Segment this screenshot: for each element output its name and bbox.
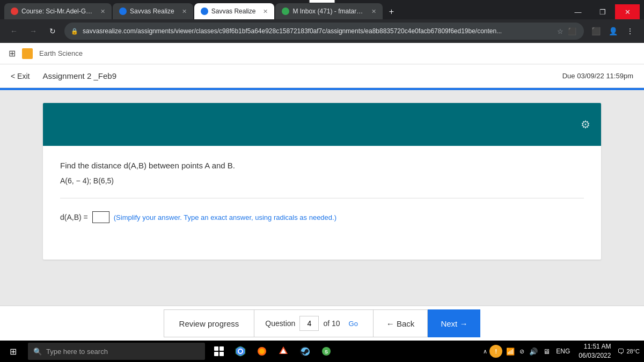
- answer-input[interactable]: [92, 211, 109, 223]
- answer-row: d(A,B) = (Simplify your answer. Type an …: [60, 211, 584, 245]
- due-date: Due 03/09/22 11:59pm: [562, 72, 633, 80]
- tab-label-2: Savvas Realize: [130, 8, 174, 15]
- assignment-title: Assignment 2 _Feb9: [42, 71, 116, 80]
- extension-icon[interactable]: ⬛: [567, 26, 577, 36]
- task-view-button[interactable]: [209, 341, 229, 362]
- tab-close-3[interactable]: ✕: [259, 8, 268, 15]
- app-bar: ⊞ Earth Science: [0, 43, 644, 64]
- divider: [60, 198, 584, 198]
- go-button[interactable]: Go: [345, 317, 362, 330]
- tab-close-2[interactable]: ✕: [178, 8, 187, 15]
- settings-icon[interactable]: ⚙: [581, 118, 590, 131]
- question-nav: Question of 10 Go: [254, 309, 374, 337]
- url-bar[interactable]: 🔒 savvasrealize.com/assignments/viewer/c…: [64, 23, 584, 40]
- tab-favicon-2: [119, 8, 127, 15]
- tab-3[interactable]: Savvas Realize ✕: [194, 3, 275, 19]
- of-label: of 10: [323, 319, 340, 328]
- menu-button[interactable]: ⋮: [623, 24, 638, 39]
- firefox-taskbar-icon[interactable]: [252, 341, 272, 362]
- bottom-bar: Review progress Question of 10 Go ← Back…: [0, 305, 644, 341]
- taskbar: ⊞ 🔍 Type here to search: [0, 341, 644, 362]
- refresh-button[interactable]: ↻: [45, 24, 60, 39]
- next-button[interactable]: Next →: [428, 309, 480, 337]
- url-text: savvasrealize.com/assignments/viewer/cla…: [83, 27, 552, 35]
- windows-icon: ⊞: [10, 346, 17, 357]
- svg-rect-0: [214, 346, 218, 351]
- card-body: Find the distance d(A,B) between points …: [43, 146, 601, 260]
- wifi-icon: 📶: [504, 348, 516, 356]
- brave-taskbar-icon[interactable]: [274, 341, 293, 362]
- tab-label-3: Savvas Realize: [211, 8, 256, 15]
- app5-taskbar-icon[interactable]: S: [317, 341, 336, 362]
- volume-icon: 🔊: [528, 348, 539, 356]
- page-header: < Exit Assignment 2 _Feb9 Due 03/09/22 1…: [0, 64, 644, 88]
- system-clock[interactable]: 11:51 AM 06/03/2022: [574, 342, 615, 360]
- network-icon: 🖥: [541, 348, 552, 356]
- steam-taskbar-icon[interactable]: [295, 341, 314, 362]
- forward-nav-button[interactable]: →: [26, 24, 41, 39]
- clock-date: 06/03/2022: [579, 351, 611, 360]
- points-text: A(6, − 4); B(6,5): [60, 176, 584, 185]
- tab-label-4: M Inbox (471) - fmatarneh2018@g: [292, 8, 364, 15]
- close-button[interactable]: ✕: [615, 4, 640, 19]
- answer-hint: (Simplify your answer. Type an exact ans…: [114, 213, 336, 221]
- answer-label: d(A,B) =: [60, 213, 88, 221]
- svg-rect-2: [214, 352, 218, 356]
- question-card: ⚙ Find the distance d(A,B) between point…: [43, 103, 601, 260]
- taskbar-search[interactable]: 🔍 Type here to search: [28, 343, 205, 360]
- review-progress-button[interactable]: Review progress: [164, 309, 255, 337]
- app-title: Earth Science: [39, 49, 83, 57]
- tab-1[interactable]: Course: Sci-Mr.Adel-G9BD ✕: [4, 3, 112, 19]
- new-tab-button[interactable]: +: [384, 4, 399, 19]
- exit-link[interactable]: < Exit: [11, 72, 30, 80]
- back-nav-button[interactable]: ←: [6, 24, 21, 39]
- address-bar: ← → ↻ 🔒 savvasrealize.com/assignments/vi…: [0, 19, 644, 43]
- tab-label-1: Course: Sci-Mr.Adel-G9BD: [21, 8, 93, 15]
- wifi-strikethrough-icon: ⊘: [518, 348, 525, 355]
- search-icon: 🔍: [33, 348, 42, 356]
- language-text: ENG: [554, 348, 572, 355]
- temp-badge: !: [489, 345, 502, 358]
- tab-favicon-4: [282, 8, 289, 15]
- chevron-icon[interactable]: ∧: [483, 348, 487, 355]
- lock-icon: 🔒: [71, 28, 78, 35]
- minimize-button[interactable]: —: [566, 4, 590, 19]
- app-logo: [22, 48, 33, 59]
- bookmark-icon[interactable]: ☆: [556, 26, 565, 36]
- tab-close-4[interactable]: ✕: [367, 8, 376, 15]
- profile-button[interactable]: 👤: [605, 24, 620, 39]
- svg-rect-1: [219, 346, 224, 351]
- question-text: Find the distance d(A,B) between points …: [60, 161, 584, 170]
- card-header: ⚙: [43, 103, 601, 146]
- back-button[interactable]: ← Back: [374, 309, 428, 337]
- question-number-input[interactable]: [299, 316, 319, 331]
- grid-icon[interactable]: ⊞: [9, 48, 16, 58]
- extensions-button[interactable]: ⬛: [588, 24, 603, 39]
- tab-4[interactable]: M Inbox (471) - fmatarneh2018@g ✕: [275, 3, 383, 19]
- restore-button[interactable]: ❐: [590, 4, 615, 19]
- question-label: Question: [265, 319, 295, 328]
- svg-rect-3: [219, 352, 224, 356]
- search-placeholder: Type here to search: [46, 348, 108, 356]
- taskbar-right: ∧ ! 📶 ⊘ 🔊 🖥 ENG 11:51 AM 06/03/2022 🗨 28…: [479, 342, 644, 360]
- temp-text: 28°C: [626, 348, 640, 354]
- svg-point-8: [259, 349, 265, 354]
- svg-text:S: S: [325, 349, 328, 354]
- tab-favicon-1: [11, 8, 18, 15]
- tab-close-1[interactable]: ✕: [96, 8, 105, 15]
- svg-point-6: [239, 350, 242, 353]
- main-content: ⚙ Find the distance d(A,B) between point…: [0, 90, 644, 305]
- start-button[interactable]: ⊞: [0, 341, 26, 362]
- tab-2[interactable]: Savvas Realize ✕: [113, 3, 193, 19]
- taskbar-center: S: [205, 341, 344, 362]
- notification-button[interactable]: 🗨: [617, 348, 624, 356]
- tab-favicon-3: [201, 8, 208, 15]
- clock-time: 11:51 AM: [579, 342, 611, 351]
- chrome-taskbar-icon[interactable]: [231, 341, 250, 362]
